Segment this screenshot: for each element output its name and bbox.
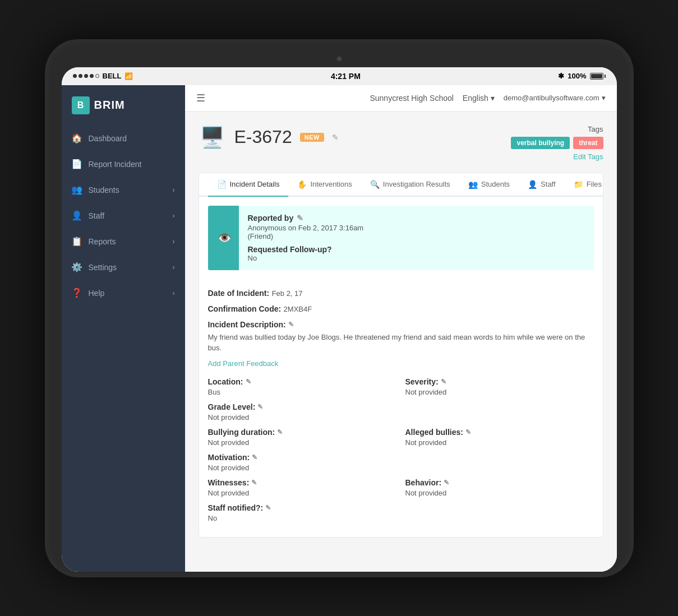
help-icon: ❓	[72, 288, 82, 298]
report-icon: 📄	[72, 159, 82, 169]
incident-tabs: 📄 Incident Details ✋ Interventions 🔍 Inv…	[199, 173, 603, 197]
tab-students-label: Students	[481, 180, 510, 188]
edit-description-icon[interactable]: ✎	[288, 321, 294, 328]
add-parent-feedback-link[interactable]: Add Parent Feedback	[208, 359, 594, 368]
chevron-right-icon: ›	[173, 238, 175, 246]
sidebar-item-reports[interactable]: 📋 Reports ›	[62, 229, 185, 254]
bullying-duration-field: Bullying duration: ✎ Not provided	[208, 427, 396, 447]
tags-label: Tags	[511, 125, 603, 133]
chevron-down-icon: ▾	[491, 94, 495, 103]
date-row: Date of Incident: Feb 2, 17	[208, 288, 594, 298]
tab-investigation-results[interactable]: 🔍 Investigation Results	[361, 173, 459, 197]
tab-investigation-label: Investigation Results	[383, 180, 450, 188]
edit-motivation-icon[interactable]: ✎	[252, 453, 257, 461]
sidebar-item-students[interactable]: 👥 Students ›	[62, 177, 185, 203]
carrier-label: BELL	[103, 72, 122, 80]
motivation-label: Motivation: ✎	[208, 453, 258, 462]
edit-duration-icon[interactable]: ✎	[277, 428, 283, 436]
motivation-value: Not provided	[208, 464, 594, 472]
reporter-info: Anonymous on Feb 2, 2017 3:16am	[248, 224, 364, 232]
main-content: ☰ Sunnycrest High School English ▾ demo@…	[185, 85, 617, 572]
content-area: 🖥️ E-3672 NEW ✎ Tags verbal bullying thr…	[185, 112, 617, 572]
edit-staff-notified-icon[interactable]: ✎	[265, 504, 271, 512]
date-label: Date of Incident:	[208, 289, 270, 298]
grade-label: Grade Level: ✎	[208, 402, 264, 411]
bluetooth-icon: ✱	[558, 72, 564, 80]
battery-icon	[590, 73, 606, 80]
edit-location-icon[interactable]: ✎	[246, 378, 251, 386]
motivation-row: Motivation: ✎ Not provided	[208, 452, 594, 472]
tab-interventions[interactable]: ✋ Interventions	[288, 173, 361, 197]
chevron-right-icon: ›	[173, 289, 175, 297]
wifi-icon: 📶	[124, 72, 133, 80]
sidebar-item-report-incident[interactable]: 📄 Report Incident	[62, 151, 185, 177]
tags-area: Tags verbal bullying threat Edit Tags	[511, 125, 603, 161]
alleged-bullies-field: Alleged bullies: ✎ Not provided	[405, 427, 594, 447]
behavior-field: Behavior: ✎ Not provided	[405, 478, 594, 497]
edit-grade-icon[interactable]: ✎	[257, 403, 263, 411]
sidebar-label-dashboard: Dashboard	[89, 134, 127, 143]
tab-incident-details[interactable]: 📄 Incident Details	[208, 173, 289, 197]
alleged-bullies-value: Not provided	[405, 438, 594, 447]
interventions-icon: ✋	[297, 180, 307, 189]
edit-bullies-icon[interactable]: ✎	[465, 428, 471, 436]
chevron-right-icon: ›	[173, 263, 175, 271]
school-name: Sunnycrest High School	[370, 94, 453, 103]
edit-severity-icon[interactable]: ✎	[441, 378, 446, 386]
logo-icon: B	[72, 96, 90, 114]
date-value: Feb 2, 17	[272, 289, 303, 298]
sidebar-label-settings: Settings	[89, 263, 117, 272]
time-display: 4:21 PM	[331, 72, 361, 81]
sidebar-item-dashboard[interactable]: 🏠 Dashboard	[62, 126, 185, 151]
device-camera	[336, 56, 342, 62]
battery-percent: 100%	[568, 72, 586, 80]
severity-value: Not provided	[405, 388, 594, 396]
sidebar: B BRIM 🏠 Dashboard 📄 Report Incident	[62, 85, 185, 572]
incident-header: 🖥️ E-3672 NEW ✎ Tags verbal bullying thr…	[199, 125, 603, 161]
reported-by-label: Reported by ✎	[248, 214, 364, 223]
sidebar-item-staff[interactable]: 👤 Staff ›	[62, 203, 185, 229]
sidebar-label-staff: Staff	[89, 211, 105, 220]
follow-up-label: Requested Follow-up?	[248, 245, 364, 254]
menu-button[interactable]: ☰	[196, 92, 205, 104]
tab-interventions-label: Interventions	[310, 180, 352, 188]
behavior-value: Not provided	[405, 489, 594, 497]
language-selector[interactable]: English ▾	[463, 94, 495, 103]
sidebar-item-help[interactable]: ❓ Help ›	[62, 280, 185, 306]
reporter-relationship: (Friend)	[248, 232, 364, 240]
location-label: Location: ✎	[208, 377, 251, 386]
chevron-right-icon: ›	[173, 186, 175, 194]
tab-files[interactable]: 📁 Files	[565, 173, 603, 197]
sidebar-item-settings[interactable]: ⚙️ Settings ›	[62, 254, 185, 280]
grade-row: Grade Level: ✎ Not provided	[208, 402, 594, 422]
edit-reporter-icon[interactable]: ✎	[297, 214, 303, 223]
status-badge: NEW	[300, 133, 324, 142]
user-menu[interactable]: demo@antibullysoftware.com ▾	[504, 94, 606, 102]
edit-incident-icon[interactable]: ✎	[332, 133, 339, 142]
incident-id: E-3672	[234, 127, 292, 147]
monitor-icon: 🖥️	[199, 125, 227, 150]
status-bar: BELL 📶 4:21 PM ✱ 100%	[62, 67, 617, 85]
edit-behavior-icon[interactable]: ✎	[444, 479, 449, 487]
chevron-right-icon: ›	[173, 212, 175, 220]
severity-label: Severity: ✎	[405, 377, 446, 386]
confirmation-value: 2MXB4F	[284, 305, 312, 313]
staff-notified-label: Staff notified?: ✎	[208, 503, 271, 512]
status-right: ✱ 100%	[558, 72, 605, 80]
students-tab-icon: 👥	[468, 180, 478, 189]
tag-verbal-bullying: verbal bullying	[511, 137, 570, 149]
staff-notified-value: No	[208, 514, 594, 522]
edit-tags-link[interactable]: Edit Tags	[573, 152, 603, 161]
chevron-down-icon: ▾	[602, 94, 606, 102]
details-section: Date of Incident: Feb 2, 17 Confirmation…	[199, 279, 603, 537]
tab-staff[interactable]: 👤 Staff	[519, 173, 565, 197]
students-icon: 👥	[72, 185, 82, 195]
location-severity-grid: Location: ✎ Bus Severity: ✎	[208, 377, 594, 396]
files-tab-icon: 📁	[574, 180, 583, 189]
report-box: 👁️ Reported by ✎ Anonymous on Feb 2, 201…	[208, 206, 594, 270]
description-row: Incident Description: ✎ My friend was bu…	[208, 319, 594, 354]
edit-witnesses-icon[interactable]: ✎	[251, 479, 257, 487]
language-label: English	[463, 94, 488, 103]
tag-threat: threat	[573, 137, 603, 149]
tab-students[interactable]: 👥 Students	[459, 173, 519, 197]
